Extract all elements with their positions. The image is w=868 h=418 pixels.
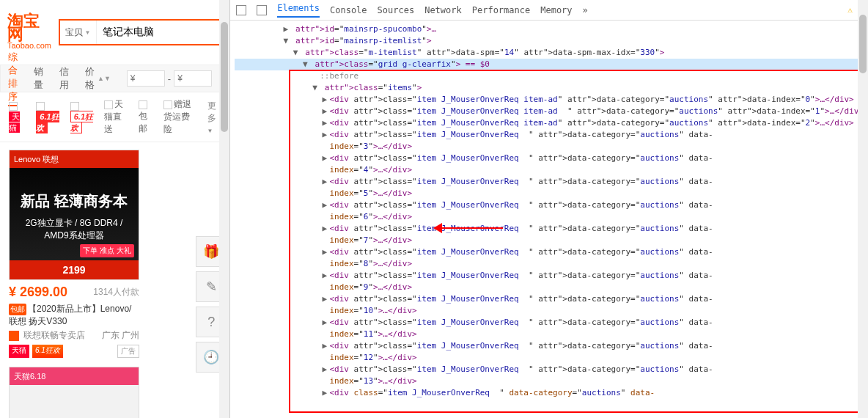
dom-tree-line[interactable]: index="11">…</div>: [235, 329, 864, 340]
dom-tree-line[interactable]: index="6">…</div>: [235, 211, 864, 223]
badge-sale: 6.1狂欢: [32, 345, 63, 358]
filter-row: 天猫 6.1狂欢 6.1狂欢 天猫直送 包邮 赠退货运费险 更多 ▼: [0, 92, 229, 142]
search-category-dropdown[interactable]: 宝贝▼: [60, 21, 97, 44]
product-sold: 1314人付款: [93, 286, 139, 298]
dom-tree-line[interactable]: ▶<div attr">class="item J_MouserOnverReq…: [235, 246, 864, 258]
tab-network[interactable]: Network: [424, 5, 462, 15]
sort-销量[interactable]: 销量: [34, 65, 43, 92]
dom-tree-line[interactable]: ::before: [235, 70, 864, 82]
chevron-down-icon: ▼: [207, 128, 213, 134]
thumb-corner-tag: 下单 准点 大礼: [80, 244, 134, 257]
inspect-icon[interactable]: [236, 5, 246, 15]
taobao-page: 淘宝网 Taobao.com 宝贝▼ ◉ 搜索 排除 请输入要 综合排序 销量 …: [0, 0, 229, 418]
sort-bar: 综合排序 销量 信用 价格▲▼ - 发货地 ▼: [0, 65, 229, 92]
dom-tree-line[interactable]: ▶<div attr">class="item J_MouserOnverReq…: [235, 129, 864, 141]
tab-sources[interactable]: Sources: [378, 5, 415, 15]
scrollbar-devtools[interactable]: [858, 0, 868, 418]
dom-tree-line[interactable]: ▶<div attr">class="item J_MouserOnverReq…: [235, 317, 864, 329]
dom-tree-line[interactable]: ▶<div attr">class="item J_MouserOnverReq…: [235, 117, 864, 129]
scrollbar-left[interactable]: [219, 0, 229, 418]
sort-综合[interactable]: 综合排序: [8, 51, 18, 106]
dom-tree-line[interactable]: ▶<div attr">class="item J_MouserOnverReq…: [235, 223, 864, 235]
shop-location: 广东 广州: [102, 329, 139, 342]
dom-tree-line[interactable]: ▶<div attr">class="item J_MouserOnverReq…: [235, 106, 864, 117]
tab-memory[interactable]: Memory: [540, 5, 572, 15]
taobao-logo[interactable]: 淘宝网 Taobao.com: [7, 15, 51, 50]
product-thumb[interactable]: 天猫6.18老罗推荐同款¥4699: [9, 367, 139, 418]
dom-tree-line[interactable]: index="12">…</div>: [235, 352, 864, 364]
filter-refund[interactable]: 赠退货运费险: [163, 98, 197, 136]
dom-tree-line[interactable]: index="4">…</div>: [235, 164, 864, 176]
product-card[interactable]: Lenovo 联想新品 轻薄商务本2G独立显卡 / 8G DDR4 / AMD9…: [9, 150, 139, 358]
dom-tree-line[interactable]: ▶<div attr">class="item J_MouserOnverReq…: [235, 364, 864, 375]
dom-tree-line[interactable]: ▶<div attr">class="item J_MouserOnverReq…: [235, 340, 864, 352]
thumb-headline: 新品 轻薄商务本: [16, 187, 132, 216]
filter-direct[interactable]: 天猫直送: [104, 98, 128, 136]
product-price: ¥ 2699.00: [9, 285, 67, 300]
dom-tree-line[interactable]: ▶<div attr">class="item J_MouserOnverReq…: [235, 293, 864, 305]
dom-tree-line[interactable]: index="10">…</div>: [235, 305, 864, 317]
search-header: 淘宝网 Taobao.com 宝贝▼ ◉ 搜索 排除 请输入要: [0, 0, 229, 65]
dom-tree-line[interactable]: ▶<div attr">class="item J_MouserOnverReq…: [235, 199, 864, 211]
thumb-price-bar: 2199: [10, 260, 139, 279]
shop-icon: [9, 331, 19, 341]
shop-line[interactable]: 联想联畅专卖店广东 广州: [9, 329, 139, 342]
chevron-down-icon: ▼: [84, 29, 90, 36]
filter-sale-white[interactable]: 6.1狂欢: [70, 101, 94, 133]
devtools-panel: Elements Console Sources Network Perform…: [229, 0, 868, 418]
price-max-input[interactable]: [174, 70, 212, 87]
dom-tree-line[interactable]: ▼ attr">class="grid g-clearfix"> == $0: [235, 59, 864, 70]
shop-name[interactable]: 联想联畅专卖店: [23, 329, 85, 342]
filter-tmall[interactable]: 天猫: [9, 101, 26, 133]
filter-sale-red[interactable]: 6.1狂欢: [36, 101, 59, 133]
dom-tree-line[interactable]: ▶<div attr">class="item J_MouserOnverReq…: [235, 94, 864, 106]
product-title[interactable]: 包邮【2020新品上市】Lenovo/联想 扬天V330: [9, 303, 139, 326]
thumb-sub: 2G独立显卡 / 8G DDR4 / AMD9系处理器: [10, 216, 139, 243]
thumb-top-strip: 天猫6.18: [10, 367, 139, 385]
dom-tree-line[interactable]: ▶<div attr">class="item J_MouserOnverReq…: [235, 270, 864, 282]
filter-free-ship[interactable]: 包邮: [139, 100, 153, 135]
dom-tree-line[interactable]: ▶<div attr">class="item J_MouserOnverReq…: [235, 153, 864, 164]
dom-tree-line[interactable]: index="5">…</div>: [235, 188, 864, 199]
dom-tree-line[interactable]: ▼ attr">id="mainsrp-itemlist">: [235, 35, 864, 47]
dom-tree-line[interactable]: index="9">…</div>: [235, 282, 864, 293]
product-card[interactable]: 天猫6.18老罗推荐同款¥4699¥ 4699.004人付款包邮17 联想 Th…: [9, 367, 139, 418]
device-toggle-icon[interactable]: [257, 5, 267, 15]
tab-console[interactable]: Console: [330, 5, 367, 15]
search-input[interactable]: [97, 21, 229, 44]
tab-more[interactable]: »: [583, 5, 588, 15]
badge-tmall: 天猫: [9, 345, 29, 358]
tab-performance[interactable]: Performance: [472, 5, 530, 15]
annotation-arrow: [437, 227, 503, 229]
dom-tree-line[interactable]: ▶<div attr">class="item J_MouserOnverReq…: [235, 176, 864, 188]
devtools-tabs: Elements Console Sources Network Perform…: [230, 0, 868, 21]
dom-tree-line[interactable]: index="13">…</div>: [235, 375, 864, 387]
elements-tree[interactable]: ▶ attr">id="mainsrp-spucombo">… ▼ attr">…: [230, 21, 868, 415]
badge-line: 天猫6.1狂欢广告: [9, 345, 139, 358]
dom-tree-line[interactable]: ▶<div class="item J_MouserOnverReq " dat…: [235, 387, 864, 399]
thumb-top-strip: Lenovo 联想: [10, 150, 139, 168]
sort-price[interactable]: 价格▲▼: [85, 65, 111, 92]
dom-tree-line[interactable]: ▼ attr">class="items">: [235, 82, 864, 94]
sort-arrows-icon: ▲▼: [98, 75, 111, 82]
dom-tree-line[interactable]: index="8">…</div>: [235, 258, 864, 270]
price-range: -: [127, 70, 212, 87]
dom-tree-line[interactable]: index="7">…</div>: [235, 235, 864, 246]
dom-tree-line[interactable]: index="3">…</div>: [235, 141, 864, 153]
price-min-input[interactable]: [127, 70, 165, 87]
search-box: 宝贝▼ ◉ 搜索: [59, 19, 229, 45]
badge-ad: 广告: [117, 345, 139, 358]
tab-elements[interactable]: Elements: [277, 3, 320, 18]
dom-tree-line[interactable]: ▶ attr">id="mainsrp-spucombo">…: [235, 23, 864, 35]
dom-tree-line[interactable]: ▼ attr">class="m-itemlist" attr">data-sp…: [235, 47, 864, 59]
product-thumb[interactable]: Lenovo 联想新品 轻薄商务本2G独立显卡 / 8G DDR4 / AMD9…: [9, 150, 139, 280]
sort-信用[interactable]: 信用: [59, 65, 69, 92]
